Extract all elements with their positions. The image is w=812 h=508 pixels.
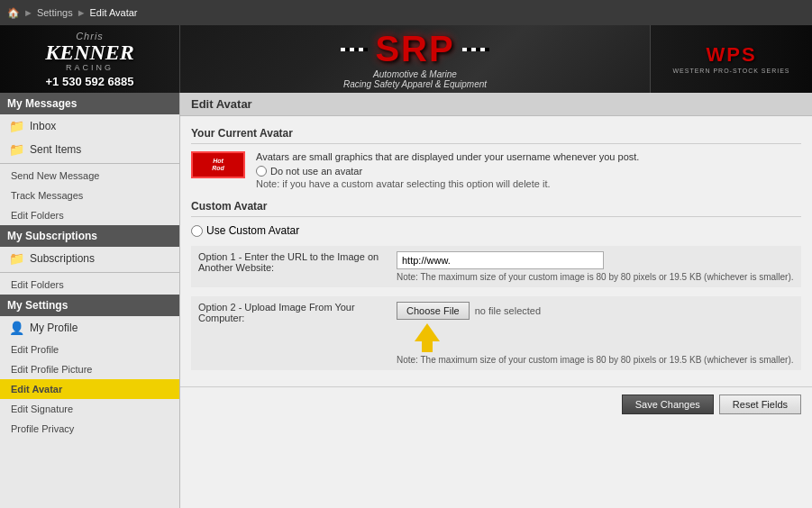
kenner-logo: Chris KENNER Racing [45, 31, 134, 72]
current-avatar-row: HotRod Avatars are small graphics that a… [191, 151, 801, 189]
sidebar-item-profile-privacy[interactable]: Profile Privacy [0, 419, 179, 439]
avatar-desc-text: Avatars are small graphics that are disp… [256, 151, 801, 162]
option1-content: Note: The maximum size of your custom im… [397, 251, 794, 282]
file-upload-row: Choose File no file selected [397, 302, 794, 320]
choose-file-button[interactable]: Choose File [397, 302, 470, 320]
option2-row: Option 2 - Upload Image From Your Comput… [191, 296, 801, 370]
breadcrumb-separator-2: ► [77, 7, 87, 18]
home-icon[interactable]: 🏠 [7, 7, 20, 19]
option2-note: Note: The maximum size of your custom im… [397, 355, 794, 365]
my-messages-header: My Messages [0, 93, 179, 114]
content-area: Edit Avatar Your Current Avatar HotRod A… [180, 93, 812, 508]
top-nav: 🏠 ► Settings ► Edit Avatar [0, 0, 812, 25]
settings-breadcrumb[interactable]: Settings [37, 7, 73, 18]
inbox-folder-icon: 📁 [9, 119, 24, 133]
breadcrumb-separator: ► [23, 7, 33, 18]
sidebar-item-my-profile[interactable]: 👤 My Profile [0, 316, 179, 340]
action-buttons: Save Changes Reset Fields [180, 386, 812, 422]
avatar-description: Avatars are small graphics that are disp… [256, 151, 801, 189]
sidebar-item-edit-avatar[interactable]: Edit Avatar [0, 379, 179, 399]
current-avatar-title: Your Current Avatar [191, 123, 801, 144]
sidebar-item-subscriptions[interactable]: 📁 Subscriptions [0, 247, 179, 270]
sidebar-item-edit-profile[interactable]: Edit Profile [0, 340, 179, 359]
sidebar-item-inbox[interactable]: 📁 Inbox [0, 114, 179, 138]
do-not-use-radio[interactable] [256, 166, 267, 177]
subscriptions-folder-icon: 📁 [9, 251, 24, 266]
option1-row: Option 1 - Enter the URL to the Image on… [191, 246, 801, 287]
banner-right: WPS Western Pro-Stock Series [650, 25, 812, 93]
reset-fields-button[interactable]: Reset Fields [719, 395, 801, 414]
avatar-note: Note: if you have a custom avatar select… [256, 178, 801, 189]
subscriptions-label: Subscriptions [30, 252, 95, 265]
option1-note: Note: The maximum size of your custom im… [397, 272, 794, 282]
sidebar: My Messages 📁 Inbox 📁 Sent Items Send Ne… [0, 93, 180, 508]
do-not-use-row: Do not use an avatar [256, 166, 801, 177]
srp-tagline-1: Automotive & Marine [373, 69, 457, 79]
use-custom-radio[interactable] [191, 225, 203, 237]
main-layout: My Messages 📁 Inbox 📁 Sent Items Send Ne… [0, 93, 812, 508]
sent-items-label: Sent Items [30, 143, 81, 156]
option2-label: Option 2 - Upload Image From Your Comput… [198, 302, 388, 323]
sent-folder-icon: 📁 [9, 142, 24, 157]
sidebar-item-edit-folders-messages[interactable]: Edit Folders [0, 205, 179, 225]
my-settings-header: My Settings [0, 295, 179, 316]
sidebar-item-track[interactable]: Track Messages [0, 186, 179, 205]
kenner-phone: +1 530 592 6885 [46, 75, 134, 88]
srp-logo: SRP [375, 29, 454, 69]
use-custom-label: Use Custom Avatar [206, 224, 299, 237]
my-profile-label: My Profile [30, 322, 78, 334]
profile-user-icon: 👤 [9, 321, 24, 335]
sidebar-item-edit-folders-subs[interactable]: Edit Folders [0, 275, 179, 295]
banner-center: SRP Automotive & Marine Racing Safety Ap… [180, 29, 650, 89]
sidebar-item-edit-signature[interactable]: Edit Signature [0, 399, 179, 419]
option2-content: Choose File no file selected Note: The m… [397, 302, 794, 365]
banner: Chris KENNER Racing +1 530 592 6885 SRP … [0, 25, 812, 93]
wps-sub: Western Pro-Stock Series [669, 67, 793, 75]
current-avatar-image: HotRod [191, 151, 245, 178]
url-input[interactable] [397, 251, 604, 269]
custom-avatar-title: Custom Avatar [191, 196, 801, 217]
subs-divider [0, 272, 179, 273]
wps-logo: WPS [706, 43, 756, 67]
option1-label: Option 1 - Enter the URL to the Image on… [198, 251, 388, 273]
avatar-img-text: HotRod [212, 158, 224, 173]
save-changes-button[interactable]: Save Changes [622, 395, 714, 414]
sidebar-item-send-new[interactable]: Send New Message [0, 166, 179, 186]
sidebar-item-sent[interactable]: 📁 Sent Items [0, 138, 179, 161]
content-header: Edit Avatar [180, 93, 812, 116]
current-breadcrumb: Edit Avatar [90, 7, 138, 18]
my-subscriptions-header: My Subscriptions [0, 225, 179, 247]
messages-divider [0, 163, 179, 164]
content-body: Your Current Avatar HotRod Avatars are s… [180, 116, 812, 386]
sidebar-item-edit-profile-picture[interactable]: Edit Profile Picture [0, 359, 179, 379]
banner-left: Chris KENNER Racing +1 530 592 6885 [0, 25, 180, 93]
use-custom-row: Use Custom Avatar [191, 224, 801, 237]
srp-tagline-2: Racing Safety Apparel & Equipment [343, 79, 487, 89]
do-not-use-label: Do not use an avatar [270, 166, 362, 177]
arrow-indicator [397, 323, 794, 352]
arrow-up-shape [415, 323, 440, 352]
inbox-label: Inbox [30, 120, 56, 132]
no-file-text: no file selected [475, 305, 541, 316]
